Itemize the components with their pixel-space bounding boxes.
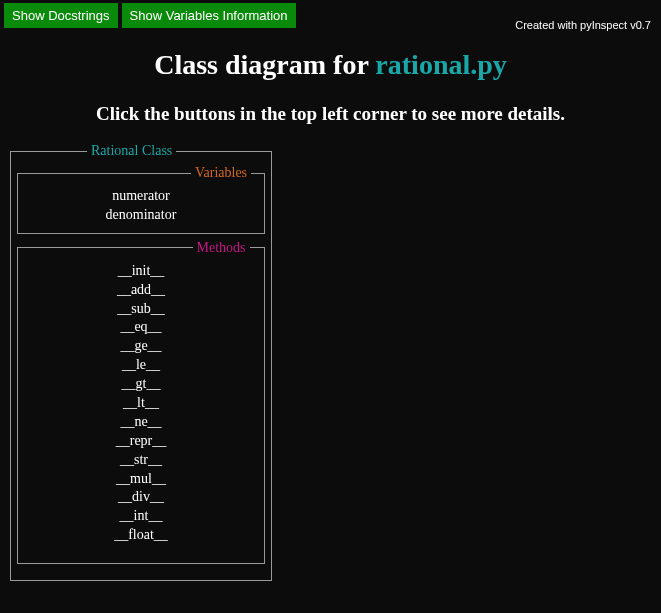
method-item: __ne__ bbox=[22, 413, 260, 432]
variables-box: Variables numerator denominator bbox=[17, 165, 265, 234]
method-item: __int__ bbox=[22, 507, 260, 526]
class-legend: Rational Class bbox=[87, 143, 176, 159]
method-item: __str__ bbox=[22, 451, 260, 470]
method-item: __le__ bbox=[22, 356, 260, 375]
methods-legend: Methods bbox=[193, 240, 250, 256]
method-item: __add__ bbox=[22, 281, 260, 300]
method-item: __init__ bbox=[22, 262, 260, 281]
page-title: Class diagram for rational.py bbox=[0, 49, 661, 81]
show-variables-button[interactable]: Show Variables Information bbox=[122, 3, 296, 28]
class-box: Rational Class Variables numerator denom… bbox=[10, 143, 272, 581]
variable-item: denominator bbox=[22, 206, 260, 225]
method-item: __div__ bbox=[22, 488, 260, 507]
method-item: __gt__ bbox=[22, 375, 260, 394]
diagram-area: Rational Class Variables numerator denom… bbox=[0, 125, 661, 581]
method-item: __sub__ bbox=[22, 300, 260, 319]
variable-item: numerator bbox=[22, 187, 260, 206]
credit-text: Created with pyInspect v0.7 bbox=[515, 3, 657, 31]
title-prefix: Class diagram for bbox=[154, 49, 375, 80]
subtitle: Click the buttons in the top left corner… bbox=[0, 103, 661, 125]
method-item: __lt__ bbox=[22, 394, 260, 413]
method-item: __ge__ bbox=[22, 337, 260, 356]
method-item: __repr__ bbox=[22, 432, 260, 451]
methods-box: Methods __init__ __add__ __sub__ __eq__ … bbox=[17, 240, 265, 564]
variables-legend: Variables bbox=[191, 165, 251, 181]
method-item: __eq__ bbox=[22, 318, 260, 337]
top-bar: Show Docstrings Show Variables Informati… bbox=[0, 0, 661, 31]
title-filename: rational.py bbox=[375, 49, 506, 80]
show-docstrings-button[interactable]: Show Docstrings bbox=[4, 3, 118, 28]
method-item: __float__ bbox=[22, 526, 260, 545]
method-item: __mul__ bbox=[22, 470, 260, 489]
